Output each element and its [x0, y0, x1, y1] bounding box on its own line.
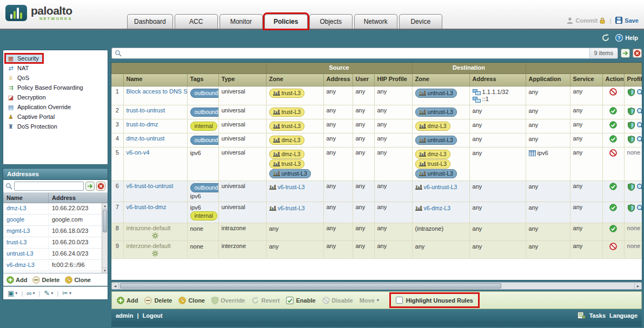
rule-row-7[interactable]: 7v6-trust-to-dmzipv6internaluniversalv6-…: [111, 202, 642, 223]
zone-tag[interactable]: untrust-L3: [415, 108, 457, 117]
refresh-button[interactable]: [601, 34, 610, 42]
add-button[interactable]: Add: [117, 297, 138, 304]
sidebar-item-application-override[interactable]: ▤Application Override: [5, 103, 106, 112]
tab-dashboard[interactable]: Dashboard: [127, 14, 173, 29]
zone-tag[interactable]: v6-trust-L3: [269, 204, 305, 212]
column-header-address[interactable]: Address: [49, 193, 79, 203]
delete-button[interactable]: Delete: [144, 297, 172, 304]
zone-tag[interactable]: v6-untrust-L3: [415, 183, 457, 191]
rule-row-6[interactable]: 6v6-trust-to-untrustoutboundipv6universa…: [111, 180, 642, 202]
language-button[interactable]: Language: [609, 312, 638, 319]
rule-row-5[interactable]: 5v6-on-v4ipv6universaldmz-L3trust-L3untr…: [111, 147, 642, 180]
scroll-thumb[interactable]: [103, 210, 107, 232]
scroll-right-arrow[interactable]: ►: [634, 283, 641, 289]
addresses-scrollbar[interactable]: ▲ ▼: [102, 203, 108, 273]
zone-tag[interactable]: untrust-L3: [269, 169, 311, 178]
column-header-src-address[interactable]: Address: [323, 73, 353, 86]
revert-button[interactable]: Revert: [251, 297, 280, 304]
sidebar-item-captive-portal[interactable]: ♟Captive Portal: [5, 112, 106, 122]
rule-row-8[interactable]: 8intrazone-defaultnoneintrazoneanyanyany…: [111, 223, 642, 240]
address-row[interactable]: mgmt-L310.66.18.0/23: [3, 226, 108, 237]
address-row[interactable]: googlegoogle.com: [3, 215, 108, 226]
highlight-unused-rules-toggle[interactable]: Highlight Unused Rules: [391, 294, 478, 306]
column-header-dst-zone[interactable]: Zone: [412, 73, 469, 86]
tag-outbound[interactable]: outbound: [190, 183, 219, 192]
tab-device[interactable]: Device: [399, 14, 442, 29]
zone-tag[interactable]: v6-dmz-L3: [415, 204, 451, 212]
column-header-name[interactable]: Name: [123, 73, 187, 86]
commit-button[interactable]: Commit: [567, 17, 605, 24]
tab-monitor[interactable]: Monitor: [220, 14, 263, 29]
sidebar-item-nat[interactable]: ⇄NAT: [5, 64, 106, 73]
zone-tag[interactable]: trust-L3: [269, 89, 305, 98]
rule-row-4[interactable]: 4dmz-to-untrustoutbounduniversaldmz-L3an…: [111, 133, 642, 147]
zone-tag[interactable]: trust-L3: [415, 159, 451, 169]
highlight-unused-checkbox[interactable]: [396, 297, 403, 304]
tab-network[interactable]: Network: [354, 14, 397, 29]
column-header-profile[interactable]: Profile: [624, 73, 642, 86]
tab-policies[interactable]: Policies: [264, 14, 308, 29]
tag-outbound[interactable]: outbound: [190, 108, 219, 117]
clone-button[interactable]: Clone: [178, 297, 205, 304]
tab-objects[interactable]: Objects: [309, 14, 353, 29]
rule-name-link[interactable]: interzone-default: [127, 243, 171, 249]
scroll-thumb[interactable]: [120, 283, 501, 289]
zone-tag[interactable]: dmz-L3: [415, 150, 450, 159]
addresses-search-input[interactable]: [14, 182, 84, 191]
tag-outbound[interactable]: outbound: [190, 136, 219, 145]
horizontal-scrollbar[interactable]: ◄ ►: [111, 282, 642, 290]
column-header-service[interactable]: Service: [570, 73, 602, 86]
zone-tag[interactable]: dmz-L3: [269, 136, 304, 145]
address-row[interactable]: untrust-L310.66.24.0/23: [3, 249, 108, 260]
column-header-src-zone[interactable]: Zone: [266, 73, 323, 86]
clear-address-filter-button[interactable]: [96, 182, 105, 191]
column-header-name[interactable]: Name: [3, 193, 49, 203]
delete-button[interactable]: Delete: [32, 276, 59, 284]
address-row[interactable]: trust-L310.66.20.0/23: [3, 237, 108, 249]
settings-tool-button[interactable]: ✂▾: [62, 290, 71, 297]
sidebar-item-decryption[interactable]: ◪Decryption: [5, 93, 106, 103]
clear-rules-filter-button[interactable]: [633, 49, 642, 58]
rules-filter-input[interactable]: [124, 49, 587, 58]
enable-button[interactable]: Enable: [286, 297, 315, 304]
edit-tool-button[interactable]: ✎▾: [44, 290, 53, 297]
rule-name-link[interactable]: Block access to DNS S...: [127, 88, 188, 95]
address-row[interactable]: v6-dmz-L3fc00:2:6::/96: [3, 260, 108, 271]
zone-tag[interactable]: dmz-L3: [415, 122, 450, 131]
rule-name-link[interactable]: trust-to-untrust: [127, 107, 165, 113]
column-header-application[interactable]: Application: [526, 73, 570, 86]
apply-rules-filter-button[interactable]: [621, 49, 630, 58]
rule-name-link[interactable]: dmz-to-untrust: [127, 135, 165, 142]
tab-acc[interactable]: ACC: [175, 14, 218, 29]
address-row[interactable]: dmz-L310.66.22.0/23: [3, 203, 108, 215]
column-header-action[interactable]: Action: [602, 73, 624, 86]
tasks-button[interactable]: Tasks: [589, 312, 606, 319]
save-button[interactable]: Save: [615, 17, 639, 24]
groups-tool-button[interactable]: ∞▾: [26, 290, 35, 297]
rule-row-9[interactable]: 9interzone-defaultnoneinterzoneanyanyany…: [111, 240, 642, 258]
sidebar-item-security[interactable]: ▦Security: [5, 54, 106, 64]
clone-button[interactable]: Clone: [65, 276, 91, 284]
disable-button[interactable]: Disable: [322, 297, 353, 304]
zone-tag[interactable]: untrust-L3: [415, 89, 457, 98]
tag-internal[interactable]: internal: [190, 211, 217, 220]
sidebar-item-dos-protection[interactable]: ♜DoS Protection: [5, 122, 106, 132]
rule-name-link[interactable]: v6-trust-to-dmz: [127, 204, 167, 210]
logout-link[interactable]: Logout: [142, 312, 162, 319]
zone-tag[interactable]: untrust-L3: [415, 169, 457, 178]
rule-name-link[interactable]: trust-to-dmz: [127, 121, 158, 128]
rule-name-link[interactable]: v6-on-v4: [127, 149, 150, 156]
scroll-left-arrow[interactable]: ◄: [112, 283, 119, 289]
zone-tag[interactable]: trust-L3: [269, 122, 305, 131]
zone-tag[interactable]: dmz-L3: [269, 150, 304, 159]
column-header-tags[interactable]: Tags: [187, 73, 218, 86]
zone-tag[interactable]: trust-L3: [269, 108, 305, 117]
add-button[interactable]: Add: [6, 276, 27, 284]
column-header-dst-address[interactable]: Address: [469, 73, 526, 86]
rule-row-3[interactable]: 3trust-to-dmzinternaluniversaltrust-L3an…: [111, 119, 642, 133]
zone-tag[interactable]: v6-trust-L3: [269, 183, 305, 191]
sidebar-item-policy-based-forwarding[interactable]: ⇉Policy Based Forwarding: [5, 83, 106, 93]
column-header-hip[interactable]: HIP Profile: [374, 73, 412, 86]
rule-name-link[interactable]: intrazone-default: [127, 225, 171, 231]
move-button[interactable]: Move▾: [360, 297, 379, 304]
